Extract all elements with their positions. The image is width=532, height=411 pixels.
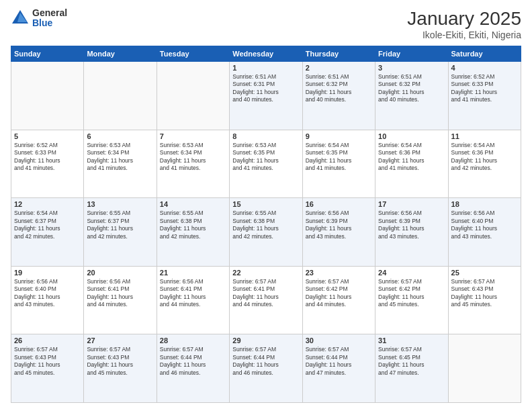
week-row-1: 1Sunrise: 6:51 AM Sunset: 6:31 PM Daylig… xyxy=(11,62,521,130)
calendar-cell: 28Sunrise: 6:57 AM Sunset: 6:44 PM Dayli… xyxy=(157,334,229,403)
logo-blue-text: Blue xyxy=(32,18,67,28)
day-number: 3 xyxy=(378,64,445,72)
day-number: 5 xyxy=(14,132,81,140)
day-number: 25 xyxy=(451,269,518,277)
day-info: Sunrise: 6:55 AM Sunset: 6:37 PM Dayligh… xyxy=(87,210,153,240)
day-number: 22 xyxy=(232,269,299,277)
calendar-cell: 3Sunrise: 6:51 AM Sunset: 6:32 PM Daylig… xyxy=(375,62,448,130)
logo-general-text: General xyxy=(32,8,67,18)
calendar-cell: 26Sunrise: 6:57 AM Sunset: 6:43 PM Dayli… xyxy=(11,334,84,403)
weekday-header-row: Sunday Monday Tuesday Wednesday Thursday… xyxy=(11,46,521,62)
day-number: 16 xyxy=(306,200,372,208)
day-number: 7 xyxy=(160,132,226,140)
day-info: Sunrise: 6:56 AM Sunset: 6:40 PM Dayligh… xyxy=(14,278,81,309)
day-info: Sunrise: 6:51 AM Sunset: 6:32 PM Dayligh… xyxy=(306,73,372,104)
day-number: 21 xyxy=(160,269,226,277)
calendar-cell: 6Sunrise: 6:53 AM Sunset: 6:34 PM Daylig… xyxy=(84,130,157,198)
day-info: Sunrise: 6:56 AM Sunset: 6:40 PM Dayligh… xyxy=(451,210,518,240)
week-row-2: 5Sunrise: 6:52 AM Sunset: 6:33 PM Daylig… xyxy=(11,130,521,198)
header: General Blue January 2025 Ikole-Ekiti, E… xyxy=(11,8,521,40)
day-number: 17 xyxy=(378,200,445,208)
calendar-cell: 25Sunrise: 6:57 AM Sunset: 6:43 PM Dayli… xyxy=(448,266,521,334)
day-number: 13 xyxy=(87,200,153,208)
day-info: Sunrise: 6:57 AM Sunset: 6:43 PM Dayligh… xyxy=(14,346,81,377)
calendar-cell: 10Sunrise: 6:54 AM Sunset: 6:36 PM Dayli… xyxy=(375,130,448,198)
calendar-cell: 20Sunrise: 6:56 AM Sunset: 6:41 PM Dayli… xyxy=(84,266,157,334)
day-number: 1 xyxy=(232,64,299,72)
day-number: 26 xyxy=(14,336,81,345)
calendar-cell: 9Sunrise: 6:54 AM Sunset: 6:35 PM Daylig… xyxy=(302,130,375,198)
day-info: Sunrise: 6:56 AM Sunset: 6:41 PM Dayligh… xyxy=(160,278,226,309)
calendar-cell: 18Sunrise: 6:56 AM Sunset: 6:40 PM Dayli… xyxy=(448,198,521,267)
month-title: January 2025 xyxy=(407,8,521,30)
day-info: Sunrise: 6:56 AM Sunset: 6:39 PM Dayligh… xyxy=(306,210,372,240)
title-block: January 2025 Ikole-Ekiti, Ekiti, Nigeria xyxy=(407,8,521,40)
calendar-cell: 29Sunrise: 6:57 AM Sunset: 6:44 PM Dayli… xyxy=(230,334,302,403)
day-info: Sunrise: 6:56 AM Sunset: 6:41 PM Dayligh… xyxy=(87,278,153,309)
day-info: Sunrise: 6:54 AM Sunset: 6:35 PM Dayligh… xyxy=(306,142,372,173)
location-title: Ikole-Ekiti, Ekiti, Nigeria xyxy=(407,30,521,40)
calendar-cell: 5Sunrise: 6:52 AM Sunset: 6:33 PM Daylig… xyxy=(11,130,84,198)
day-info: Sunrise: 6:57 AM Sunset: 6:45 PM Dayligh… xyxy=(378,346,445,377)
day-info: Sunrise: 6:57 AM Sunset: 6:42 PM Dayligh… xyxy=(378,278,445,309)
day-number: 20 xyxy=(87,269,153,277)
day-info: Sunrise: 6:56 AM Sunset: 6:39 PM Dayligh… xyxy=(378,210,445,240)
calendar-cell: 31Sunrise: 6:57 AM Sunset: 6:45 PM Dayli… xyxy=(375,334,448,403)
calendar-cell: 14Sunrise: 6:55 AM Sunset: 6:38 PM Dayli… xyxy=(157,198,229,267)
day-number: 29 xyxy=(232,336,299,345)
calendar-cell: 2Sunrise: 6:51 AM Sunset: 6:32 PM Daylig… xyxy=(302,62,375,130)
day-number: 18 xyxy=(451,200,518,208)
col-wednesday: Wednesday xyxy=(230,46,302,62)
day-number: 12 xyxy=(14,200,81,208)
calendar-cell: 21Sunrise: 6:56 AM Sunset: 6:41 PM Dayli… xyxy=(157,266,229,334)
calendar-cell: 8Sunrise: 6:53 AM Sunset: 6:35 PM Daylig… xyxy=(230,130,302,198)
col-monday: Monday xyxy=(84,46,157,62)
day-info: Sunrise: 6:57 AM Sunset: 6:42 PM Dayligh… xyxy=(306,278,372,309)
col-sunday: Sunday xyxy=(11,46,84,62)
calendar-cell: 16Sunrise: 6:56 AM Sunset: 6:39 PM Dayli… xyxy=(302,198,375,267)
day-info: Sunrise: 6:53 AM Sunset: 6:35 PM Dayligh… xyxy=(232,142,299,173)
day-number: 8 xyxy=(232,132,299,140)
day-number: 15 xyxy=(232,200,299,208)
calendar-cell: 15Sunrise: 6:55 AM Sunset: 6:38 PM Dayli… xyxy=(230,198,302,267)
calendar-cell: 12Sunrise: 6:54 AM Sunset: 6:37 PM Dayli… xyxy=(11,198,84,267)
day-info: Sunrise: 6:57 AM Sunset: 6:44 PM Dayligh… xyxy=(232,346,299,377)
day-info: Sunrise: 6:57 AM Sunset: 6:41 PM Dayligh… xyxy=(232,278,299,309)
day-number: 14 xyxy=(160,200,226,208)
day-number: 10 xyxy=(378,132,445,140)
calendar-table: Sunday Monday Tuesday Wednesday Thursday… xyxy=(11,46,521,403)
day-info: Sunrise: 6:55 AM Sunset: 6:38 PM Dayligh… xyxy=(232,210,299,240)
day-number: 19 xyxy=(14,269,81,277)
calendar-cell: 30Sunrise: 6:57 AM Sunset: 6:44 PM Dayli… xyxy=(302,334,375,403)
day-number: 30 xyxy=(306,336,372,345)
calendar-cell xyxy=(448,334,521,403)
day-number: 2 xyxy=(306,64,372,72)
day-info: Sunrise: 6:54 AM Sunset: 6:36 PM Dayligh… xyxy=(451,142,518,173)
day-number: 28 xyxy=(160,336,226,345)
day-number: 24 xyxy=(378,269,445,277)
day-number: 6 xyxy=(87,132,153,140)
page: General Blue January 2025 Ikole-Ekiti, E… xyxy=(0,0,532,411)
calendar-cell: 27Sunrise: 6:57 AM Sunset: 6:43 PM Dayli… xyxy=(84,334,157,403)
calendar-cell: 17Sunrise: 6:56 AM Sunset: 6:39 PM Dayli… xyxy=(375,198,448,267)
day-info: Sunrise: 6:57 AM Sunset: 6:43 PM Dayligh… xyxy=(87,346,153,377)
day-info: Sunrise: 6:55 AM Sunset: 6:38 PM Dayligh… xyxy=(160,210,226,240)
day-number: 11 xyxy=(451,132,518,140)
col-thursday: Thursday xyxy=(302,46,375,62)
calendar-cell: 4Sunrise: 6:52 AM Sunset: 6:33 PM Daylig… xyxy=(448,62,521,130)
day-info: Sunrise: 6:51 AM Sunset: 6:31 PM Dayligh… xyxy=(232,73,299,104)
calendar-cell: 22Sunrise: 6:57 AM Sunset: 6:41 PM Dayli… xyxy=(230,266,302,334)
calendar-cell: 24Sunrise: 6:57 AM Sunset: 6:42 PM Dayli… xyxy=(375,266,448,334)
day-info: Sunrise: 6:54 AM Sunset: 6:36 PM Dayligh… xyxy=(378,142,445,173)
calendar-cell xyxy=(84,62,157,130)
day-info: Sunrise: 6:57 AM Sunset: 6:44 PM Dayligh… xyxy=(160,346,226,377)
calendar-cell: 13Sunrise: 6:55 AM Sunset: 6:37 PM Dayli… xyxy=(84,198,157,267)
week-row-5: 26Sunrise: 6:57 AM Sunset: 6:43 PM Dayli… xyxy=(11,334,521,403)
day-info: Sunrise: 6:51 AM Sunset: 6:32 PM Dayligh… xyxy=(378,73,445,104)
calendar-cell xyxy=(11,62,84,130)
day-number: 23 xyxy=(306,269,372,277)
day-number: 27 xyxy=(87,336,153,345)
calendar-cell: 19Sunrise: 6:56 AM Sunset: 6:40 PM Dayli… xyxy=(11,266,84,334)
logo-icon xyxy=(11,9,30,28)
calendar-cell: 1Sunrise: 6:51 AM Sunset: 6:31 PM Daylig… xyxy=(230,62,302,130)
